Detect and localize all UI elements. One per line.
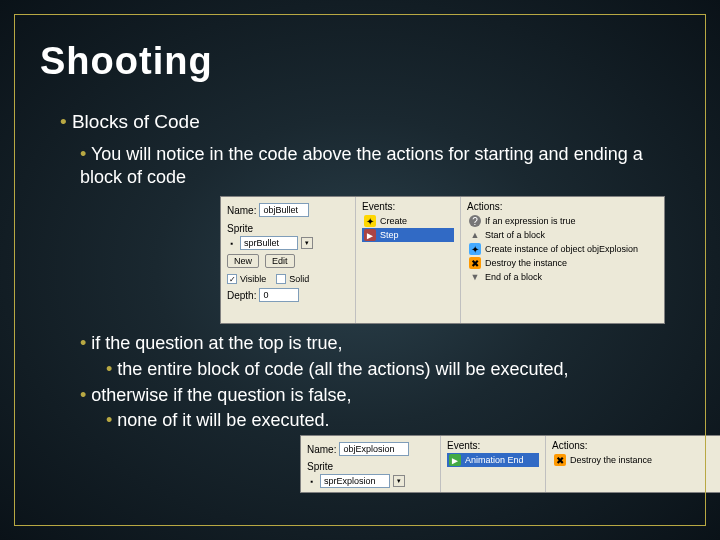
depth-input[interactable]: 0 bbox=[259, 288, 299, 302]
left-col: Name: objBullet Sprite ▪ sprBullet ▾ New… bbox=[221, 197, 356, 323]
bullet-level1: Blocks of Code bbox=[40, 111, 680, 133]
event-create[interactable]: ✦ Create bbox=[362, 214, 454, 228]
action-block-end[interactable]: ▼End of a block bbox=[467, 270, 658, 284]
name-input[interactable]: objExplosion bbox=[339, 442, 409, 456]
dropdown-icon[interactable]: ▾ bbox=[301, 237, 313, 249]
bullet-level2: You will notice in the code above the ac… bbox=[40, 143, 680, 188]
triangle-down-icon: ▼ bbox=[469, 271, 481, 283]
question-icon: ? bbox=[469, 215, 481, 227]
action-block-start[interactable]: ▲Start of a block bbox=[467, 228, 658, 242]
action-label: Start of a block bbox=[485, 230, 545, 240]
action-destroy[interactable]: ✖Destroy the instance bbox=[467, 256, 658, 270]
new-button[interactable]: New bbox=[227, 254, 259, 268]
actions-col: Actions: ✖ Destroy the instance bbox=[546, 436, 720, 492]
event-step[interactable]: ► Step bbox=[362, 228, 454, 242]
dropdown-icon[interactable]: ▾ bbox=[393, 475, 405, 487]
actions-header: Actions: bbox=[467, 201, 658, 212]
sprite-thumb-icon: ▪ bbox=[307, 476, 317, 486]
bullet-level2: otherwise if the question is false, bbox=[40, 384, 680, 407]
action-label: Destroy the instance bbox=[485, 258, 567, 268]
solid-label: Solid bbox=[289, 274, 309, 284]
visible-label: Visible bbox=[240, 274, 266, 284]
edit-button[interactable]: Edit bbox=[265, 254, 295, 268]
sprite-select[interactable]: sprExplosion bbox=[320, 474, 390, 488]
events-col: Events: ► Animation End bbox=[441, 436, 546, 492]
triangle-up-icon: ▲ bbox=[469, 229, 481, 241]
name-label: Name: bbox=[227, 205, 256, 216]
sprite-label: Sprite bbox=[227, 223, 253, 234]
sprite-select[interactable]: sprBullet bbox=[240, 236, 298, 250]
action-label: Destroy the instance bbox=[570, 455, 652, 465]
trash-icon: ✖ bbox=[469, 257, 481, 269]
slide-title: Shooting bbox=[40, 40, 680, 83]
sprite-label: Sprite bbox=[307, 461, 333, 472]
action-if[interactable]: ?If an expression is true bbox=[467, 214, 658, 228]
event-label: Create bbox=[380, 216, 407, 226]
lightbulb-icon: ✦ bbox=[364, 215, 376, 227]
action-create-instance[interactable]: ✦Create instance of object objExplosion bbox=[467, 242, 658, 256]
bullet-level2: if the question at the top is true, bbox=[40, 332, 680, 355]
event-label: Animation End bbox=[465, 455, 524, 465]
sprite-thumb-icon: ▪ bbox=[227, 238, 237, 248]
left-col: Name: objExplosion Sprite ▪ sprExplosion… bbox=[301, 436, 441, 492]
events-header: Events: bbox=[447, 440, 539, 451]
event-label: Step bbox=[380, 230, 399, 240]
bullet-list: Blocks of Code You will notice in the co… bbox=[40, 111, 680, 493]
create-icon: ✦ bbox=[469, 243, 481, 255]
events-col: Events: ✦ Create ► Step bbox=[356, 197, 461, 323]
object-properties-panel: Name: objBullet Sprite ▪ sprBullet ▾ New… bbox=[220, 196, 665, 324]
action-label: End of a block bbox=[485, 272, 542, 282]
slide-content: Shooting Blocks of Code You will notice … bbox=[0, 0, 720, 493]
bullet-level3: the entire block of code (all the action… bbox=[40, 359, 680, 380]
action-label: If an expression is true bbox=[485, 216, 576, 226]
event-animation-end[interactable]: ► Animation End bbox=[447, 453, 539, 467]
object-properties-panel-2: Name: objExplosion Sprite ▪ sprExplosion… bbox=[300, 435, 720, 493]
action-label: Create instance of object objExplosion bbox=[485, 244, 638, 254]
step-icon: ► bbox=[364, 229, 376, 241]
trash-icon: ✖ bbox=[554, 454, 566, 466]
actions-col: Actions: ?If an expression is true ▲Star… bbox=[461, 197, 664, 323]
name-input[interactable]: objBullet bbox=[259, 203, 309, 217]
action-destroy[interactable]: ✖ Destroy the instance bbox=[552, 453, 720, 467]
bullet-level3: none of it will be executed. bbox=[40, 410, 680, 431]
name-label: Name: bbox=[307, 444, 336, 455]
visible-checkbox[interactable]: ✓ bbox=[227, 274, 237, 284]
actions-header: Actions: bbox=[552, 440, 720, 451]
animation-end-icon: ► bbox=[449, 454, 461, 466]
depth-label: Depth: bbox=[227, 290, 256, 301]
events-header: Events: bbox=[362, 201, 454, 212]
solid-checkbox[interactable] bbox=[276, 274, 286, 284]
